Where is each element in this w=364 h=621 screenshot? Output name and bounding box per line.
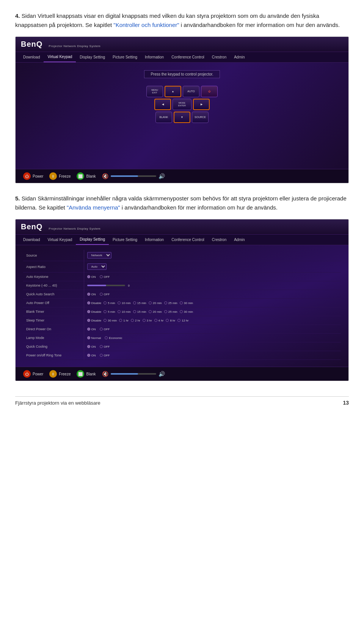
bt-5min[interactable]: 5 min [104,310,115,314]
nav2-admin[interactable]: Admin [230,235,248,244]
nav1-information[interactable]: Information [141,52,168,62]
apo-25min[interactable]: 25 min [164,301,177,305]
nav1-conference-control[interactable]: Conference Control [168,52,208,62]
auto-keystone-on[interactable]: ON [87,275,96,279]
qc-off[interactable]: OFF [100,345,110,348]
volume-fill-1 [111,175,138,177]
blank-label-2: Blank [86,372,96,376]
bt-10min[interactable]: 10 min [118,310,131,314]
qas-off[interactable]: OFF [100,293,110,296]
setting-blank-timer: Blank Timer Disable 5 min 10 min 15 min … [23,307,341,316]
nav1-virtual-keypad[interactable]: Virtual Keypad [44,52,76,62]
nav1-picture-setting[interactable]: Picture Setting [109,52,141,62]
btn-auto[interactable]: AUTO [183,86,199,97]
aspect-label: Aspect Ratio [23,261,84,273]
qas-dot-off [100,293,103,296]
st-3hr[interactable]: 3 hr [143,319,152,322]
btn-source[interactable]: SOURCE [192,112,209,123]
btn-blank-key[interactable]: BLANK [155,112,172,123]
blank-control[interactable]: ⬜ Blank [77,172,96,180]
nav2-crestron[interactable]: Crestron [208,235,230,244]
bt-15min[interactable]: 15 min [133,310,146,314]
nav2-virtual-keypad[interactable]: Virtual Keypad [44,235,76,244]
setting-aspect-ratio: Aspect Ratio Auto [23,261,341,273]
bt-30min[interactable]: 30 min [180,310,193,314]
setting-ring-tone: Power on/off Ring Tone ON OFF [23,351,341,360]
st-4hr[interactable]: 4 hr [154,319,164,322]
bt-25min[interactable]: 25 min [164,310,177,314]
st-8hr[interactable]: 8 hr [166,319,175,322]
volume-low-icon: 🔇 [102,173,108,179]
volume-slider-1[interactable]: 🔇 🔊 [102,173,341,179]
qas-on[interactable]: ON [87,293,96,296]
benq-logo-1: BenQ [21,40,42,49]
rt-off[interactable]: OFF [100,354,110,357]
blank-timer-radio: Disable 5 min 10 min 15 min 20 min 25 mi… [87,310,338,314]
power-control[interactable]: ⏻ Power [23,172,43,180]
st-disable[interactable]: Disable [87,319,102,322]
st-12hr[interactable]: 12 hr [177,319,188,322]
st-30min[interactable]: 30 min [104,319,117,322]
footer-title: Fjärrstyra projektorn via en webbläsare [15,400,100,406]
sleep-timer-label: Sleep Timer [23,316,84,325]
aspect-select[interactable]: Auto [87,263,107,270]
nav1-download[interactable]: Download [19,52,44,62]
freeze-icon-2: ⏸ [49,370,57,378]
power-icon: ⏻ [23,172,31,180]
nav1-admin[interactable]: Admin [230,52,248,62]
benq-bottom-controls-1: ⏻ Power ⏸ Freeze ⬜ Blank 🔇 🔊 [16,169,348,183]
rt-on[interactable]: ON [87,354,96,357]
bt-disable[interactable]: Disable [87,310,102,314]
st-2hr[interactable]: 2 hr [131,319,140,322]
freeze-control[interactable]: ⏸ Freeze [49,172,71,180]
nav2-display-setting[interactable]: Display Setting [76,235,109,245]
nav2-information[interactable]: Information [141,235,168,244]
qas-dot-on [87,293,90,296]
lm-normal[interactable]: Normal [87,336,101,340]
btn-down[interactable]: ▼ [174,112,190,123]
nav1-crestron[interactable]: Crestron [208,52,230,62]
lm-economic[interactable]: Economic [105,336,122,340]
lamp-mode-label: Lamp Mode [23,334,84,342]
dpo-on[interactable]: ON [87,328,96,331]
btn-left[interactable]: ◀ [154,99,171,110]
source-label: Source [23,250,84,261]
source-select[interactable]: Network [87,252,111,258]
btn-right[interactable]: ▶ [193,99,210,110]
bt-20min[interactable]: 20 min [149,310,162,314]
para5-link[interactable]: "Använda menyerna" [67,204,120,211]
apo-10min[interactable]: 10 min [118,301,131,305]
nav2-download[interactable]: Download [19,235,44,244]
apo-15min[interactable]: 15 min [133,301,146,305]
power-label-2: Power [33,372,43,376]
dpo-off[interactable]: OFF [100,328,110,331]
btn-up[interactable]: ▲ [165,86,181,97]
benq-logo-subtitle-1: Projector Network Display System [49,44,100,49]
apo-5min[interactable]: 5 min [104,301,115,305]
keystone-label: Keystone (-40 ... 40) [23,281,84,290]
section-number-4: 4. [15,13,20,19]
st-1hr[interactable]: 1 hr [119,319,129,322]
btn-power[interactable]: ⏻ [201,86,218,97]
volume-track-1 [111,175,156,177]
para4-link[interactable]: "Kontroller och funktioner" [113,22,179,28]
nav2-picture-setting[interactable]: Picture Setting [109,235,141,244]
btn-menu-exit[interactable]: MENU EXIT [146,86,163,97]
lamp-mode-radio: Normal Economic [87,336,338,340]
nav1-display-setting[interactable]: Display Setting [76,52,109,62]
benq-header-1: BenQ Projector Network Display System [16,37,348,52]
auto-power-off-radio: Disable 5 min 10 min 15 min 20 min 25 mi… [87,301,338,305]
nav2-conference-control[interactable]: Conference Control [168,235,208,244]
btn-mode-enter[interactable]: MODE ENTER [173,99,191,110]
apo-30min[interactable]: 30 min [180,301,193,305]
volume-slider-2[interactable]: 🔇 🔊 [102,371,341,377]
blank-control-2[interactable]: ⬜ Blank [77,370,96,378]
power-control-2[interactable]: ⏻ Power [23,370,43,378]
apo-20min[interactable]: 20 min [149,301,162,305]
keystone-slider[interactable] [87,285,125,286]
freeze-control-2[interactable]: ⏸ Freeze [49,370,71,378]
power-label: Power [33,174,43,178]
qc-on[interactable]: ON [87,345,96,348]
apo-disable[interactable]: Disable [87,301,102,305]
auto-keystone-off[interactable]: OFF [100,275,110,279]
